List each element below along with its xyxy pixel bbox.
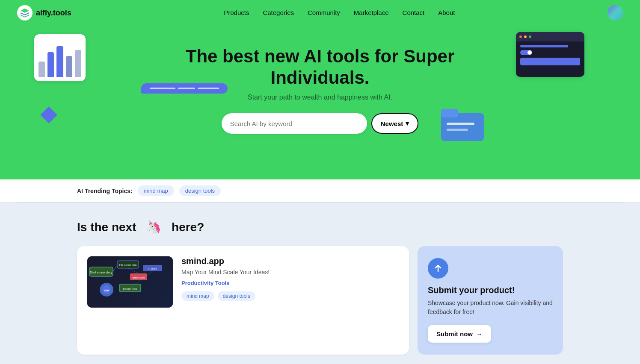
svg-text:File a new idea: File a new idea <box>119 264 137 266</box>
submit-icon <box>428 258 448 279</box>
navbar: aifly.tools Products Categories Communit… <box>0 0 640 26</box>
submit-now-button[interactable]: Submit now → <box>428 325 491 343</box>
product-tag-0[interactable]: mind map <box>181 291 214 301</box>
hero-title: The best new AI tools for Super Individu… <box>170 46 470 89</box>
submit-card-title: Submit your product! <box>428 285 553 295</box>
product-info: smind.app Map Your Mind Scale Your Ideas… <box>181 256 399 301</box>
submit-card-description: Showcase your product now. Gain visibili… <box>428 299 553 317</box>
search-row: Newest ▾ <box>222 113 419 134</box>
product-name: smind.app <box>181 256 399 266</box>
submit-btn-arrow: → <box>476 330 483 338</box>
trending-label: AI Trending Topics: <box>77 188 133 194</box>
hero-subtitle: Start your path to wealth and happiness … <box>248 94 392 101</box>
site-logo[interactable]: aifly.tools <box>17 5 71 21</box>
svg-line-14 <box>113 265 117 272</box>
content-section: Is the next 🦄 here? Start a new story Fi… <box>0 203 640 364</box>
svg-rect-2 <box>447 123 474 125</box>
logo-text: aifly.tools <box>36 9 71 18</box>
submit-card-top: Submit your product! Showcase your produ… <box>428 258 553 325</box>
trending-chip-mindmap[interactable]: mind map <box>138 185 174 196</box>
nav-products[interactable]: Products <box>224 9 249 16</box>
svg-rect-3 <box>447 129 468 131</box>
nav-marketplace[interactable]: Marketplace <box>354 9 389 16</box>
deco-browser <box>516 32 584 77</box>
section-title-suffix: here? <box>172 220 204 234</box>
sort-arrow-icon: ▾ <box>406 120 409 127</box>
svg-text:Brainstorm: Brainstorm <box>132 276 145 279</box>
svg-text:AI Tools: AI Tools <box>148 267 157 270</box>
logo-icon <box>17 5 33 21</box>
nav-community[interactable]: Community <box>308 9 340 16</box>
nav-categories[interactable]: Categories <box>263 9 294 16</box>
submit-btn-label: Submit now <box>436 330 473 338</box>
product-category[interactable]: Productivity Tools <box>181 280 399 286</box>
trending-bar: AI Trending Topics: mind map design tool… <box>0 179 640 203</box>
section-title-text: Is the next <box>77 220 136 234</box>
svg-line-15 <box>128 268 139 273</box>
cards-row: Start a new story File a new idea Brains… <box>77 246 563 355</box>
hero-section: The best new AI tools for Super Individu… <box>0 0 640 179</box>
product-tags: mind map design tools <box>181 291 399 301</box>
user-avatar[interactable] <box>607 5 623 21</box>
product-thumbnail: Start a new story File a new idea Brains… <box>87 256 173 308</box>
sort-label: Newest <box>381 120 403 127</box>
product-card: Start a new story File a new idea Brains… <box>77 246 409 355</box>
submit-card: Submit your product! Showcase your produ… <box>418 246 563 355</box>
svg-text:Start a new story: Start a new story <box>90 271 113 274</box>
svg-rect-1 <box>441 109 458 117</box>
nav-about[interactable]: About <box>438 9 455 16</box>
product-description: Map Your Mind Scale Your Ideas! <box>181 269 399 276</box>
deco-diamond <box>40 106 57 123</box>
section-title: Is the next 🦄 here? <box>77 220 563 234</box>
product-tag-1[interactable]: design tools <box>218 291 255 301</box>
deco-chart <box>34 34 86 81</box>
nav-links: Products Categories Community Marketplac… <box>224 9 455 17</box>
trending-chip-designtools[interactable]: design tools <box>179 185 221 196</box>
unicorn-emoji: 🦄 <box>146 220 161 234</box>
nav-contact[interactable]: Contact <box>403 9 425 16</box>
svg-text:sm: sm <box>104 288 109 292</box>
svg-rect-0 <box>441 113 484 141</box>
sort-button[interactable]: Newest ▾ <box>371 113 419 134</box>
deco-folder <box>439 105 486 143</box>
search-input[interactable] <box>222 113 367 134</box>
